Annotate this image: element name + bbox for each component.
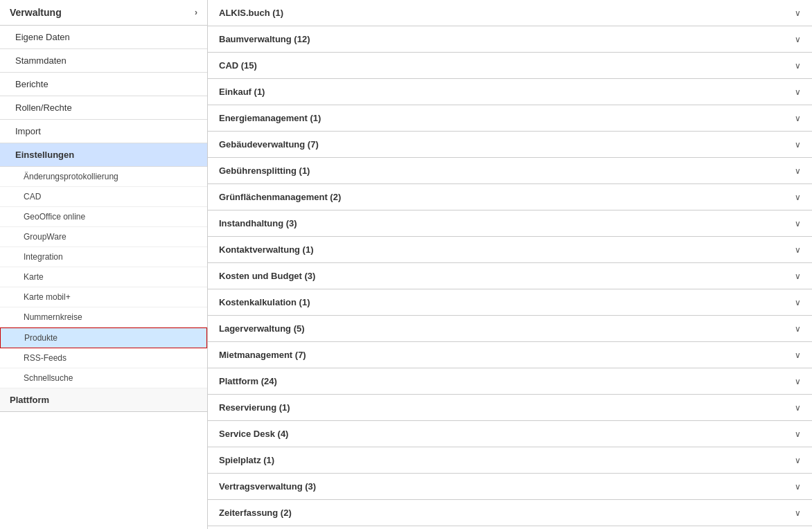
accordion-title-energiemanagement: Energiemanagement (1) <box>219 113 321 123</box>
accordion-title-vertragsverwaltung: Vertragsverwaltung (3) <box>219 481 316 492</box>
accordion-chevron-icon-cad: ∨ <box>795 61 801 71</box>
accordion-item-reservierung: Reservierung (1)∨ <box>208 395 812 421</box>
sidebar-header-chevron-icon: › <box>195 8 197 17</box>
accordion-title-zeiterfassung: Zeiterfassung (2) <box>219 508 292 518</box>
accordion-title-reservierung: Reservierung (1) <box>219 402 290 413</box>
accordion-chevron-icon-instandhaltung: ∨ <box>795 219 801 228</box>
accordion-header-gebuehrensplitting[interactable]: Gebührensplitting (1)∨ <box>208 158 812 183</box>
accordion-header-gebaeudeverwaltung[interactable]: Gebäudeverwaltung (7)∨ <box>208 132 812 157</box>
accordion-title-spielplatz: Spielplatz (1) <box>219 455 274 465</box>
accordion-header-mietmanagement[interactable]: Mietmanagement (7)∨ <box>208 342 812 368</box>
accordion-item-alkis-buch: ALKIS.buch (1)∨ <box>208 0 812 26</box>
accordion-chevron-icon-zeiterfassung: ∨ <box>795 508 801 518</box>
accordion-title-kontaktverwaltung: Kontaktverwaltung (1) <box>219 244 314 255</box>
accordion-item-gruenflaechenmanagement: Grünflächenmanagement (2)∨ <box>208 184 812 210</box>
sidebar-subitem-karte[interactable]: Karte <box>0 267 207 287</box>
accordion-item-kosten-budget: Kosten und Budget (3)∨ <box>208 263 812 289</box>
accordion-chevron-icon-mietmanagement: ∨ <box>795 350 801 360</box>
accordion-header-alkis-buch[interactable]: ALKIS.buch (1)∨ <box>208 0 812 26</box>
accordion-item-spielplatz: Spielplatz (1)∨ <box>208 447 812 474</box>
sidebar-subitem-cad[interactable]: CAD <box>0 187 207 207</box>
accordion-list: ALKIS.buch (1)∨Baumverwaltung (12)∨CAD (… <box>208 0 812 526</box>
sidebar-item-rollen-rechte[interactable]: Rollen/Rechte <box>0 96 207 120</box>
accordion-header-kontaktverwaltung[interactable]: Kontaktverwaltung (1)∨ <box>208 237 812 262</box>
accordion-chevron-icon-gebuehrensplitting: ∨ <box>795 166 801 176</box>
sidebar-subitem-karte-mobil[interactable]: Karte mobil+ <box>0 287 207 307</box>
accordion-item-baumverwaltung: Baumverwaltung (12)∨ <box>208 26 812 53</box>
accordion-item-cad: CAD (15)∨ <box>208 53 812 79</box>
accordion-title-baumverwaltung: Baumverwaltung (12) <box>219 34 310 44</box>
accordion-item-mietmanagement: Mietmanagement (7)∨ <box>208 342 812 368</box>
accordion-title-mietmanagement: Mietmanagement (7) <box>219 350 306 360</box>
accordion-chevron-icon-kosten-budget: ∨ <box>795 271 801 281</box>
accordion-item-kostenkalkulation: Kostenkalkulation (1)∨ <box>208 289 812 316</box>
accordion-chevron-icon-vertragsverwaltung: ∨ <box>795 482 801 492</box>
accordion-title-einkauf: Einkauf (1) <box>219 87 265 97</box>
accordion-header-einkauf[interactable]: Einkauf (1)∨ <box>208 79 812 105</box>
sidebar-bottom-nav: Plattform <box>0 388 207 412</box>
sidebar-item-plattform[interactable]: Plattform <box>0 388 207 412</box>
sidebar-item-stammdaten[interactable]: Stammdaten <box>0 49 207 73</box>
accordion-header-gruenflaechenmanagement[interactable]: Grünflächenmanagement (2)∨ <box>208 184 812 210</box>
accordion-title-service-desk: Service Desk (4) <box>219 429 288 439</box>
sidebar-header[interactable]: Verwaltung › <box>0 0 207 26</box>
accordion-chevron-icon-reservierung: ∨ <box>795 403 801 413</box>
accordion-header-service-desk[interactable]: Service Desk (4)∨ <box>208 421 812 447</box>
accordion-header-energiemanagement[interactable]: Energiemanagement (1)∨ <box>208 105 812 131</box>
accordion-header-cad[interactable]: CAD (15)∨ <box>208 53 812 78</box>
accordion-chevron-icon-einkauf: ∨ <box>795 87 801 97</box>
accordion-chevron-icon-energiemanagement: ∨ <box>795 114 801 123</box>
sidebar-subitem-aenderungsprotokollierung[interactable]: Änderungsprotokollierung <box>0 167 207 187</box>
sidebar-subitem-rss-feeds[interactable]: RSS-Feeds <box>0 348 207 368</box>
accordion-header-instandhaltung[interactable]: Instandhaltung (3)∨ <box>208 210 812 236</box>
sidebar-subitem-nummernkreise[interactable]: Nummernkreise <box>0 307 207 328</box>
sidebar-item-eigene-daten[interactable]: Eigene Daten <box>0 26 207 49</box>
accordion-chevron-icon-gruenflaechenmanagement: ∨ <box>795 192 801 202</box>
accordion-item-energiemanagement: Energiemanagement (1)∨ <box>208 105 812 132</box>
sidebar-subitem-produkte[interactable]: Produkte <box>0 328 207 348</box>
accordion-title-plattform: Plattform (24) <box>219 376 277 386</box>
accordion-header-plattform[interactable]: Plattform (24)∨ <box>208 368 812 394</box>
accordion-item-plattform: Plattform (24)∨ <box>208 368 812 395</box>
accordion-header-kosten-budget[interactable]: Kosten und Budget (3)∨ <box>208 263 812 289</box>
accordion-chevron-icon-kostenkalkulation: ∨ <box>795 298 801 307</box>
accordion-chevron-icon-spielplatz: ∨ <box>795 456 801 465</box>
accordion-chevron-icon-plattform: ∨ <box>795 377 801 386</box>
sidebar-subitem-schnellsuche[interactable]: Schnellsuche <box>0 368 207 388</box>
accordion-chevron-icon-alkis-buch: ∨ <box>795 8 801 18</box>
sidebar-item-import[interactable]: Import <box>0 120 207 143</box>
accordion-title-kosten-budget: Kosten und Budget (3) <box>219 271 315 281</box>
accordion-item-gebaeudeverwaltung: Gebäudeverwaltung (7)∨ <box>208 132 812 158</box>
sidebar-item-einstellungen[interactable]: Einstellungen <box>0 143 207 167</box>
sidebar-subitem-groupware[interactable]: GroupWare <box>0 227 207 247</box>
accordion-header-spielplatz[interactable]: Spielplatz (1)∨ <box>208 447 812 473</box>
accordion-chevron-icon-lagerverwaltung: ∨ <box>795 324 801 334</box>
accordion-header-lagerverwaltung[interactable]: Lagerverwaltung (5)∨ <box>208 316 812 341</box>
accordion-item-vertragsverwaltung: Vertragsverwaltung (3)∨ <box>208 474 812 500</box>
accordion-chevron-icon-baumverwaltung: ∨ <box>795 35 801 44</box>
accordion-item-zeiterfassung: Zeiterfassung (2)∨ <box>208 500 812 526</box>
accordion-title-alkis-buch: ALKIS.buch (1) <box>219 8 283 18</box>
accordion-header-baumverwaltung[interactable]: Baumverwaltung (12)∨ <box>208 26 812 52</box>
accordion-title-lagerverwaltung: Lagerverwaltung (5) <box>219 323 305 334</box>
sidebar-subitem-geooffice-online[interactable]: GeoOffice online <box>0 207 207 227</box>
accordion-header-reservierung[interactable]: Reservierung (1)∨ <box>208 395 812 420</box>
accordion-item-instandhaltung: Instandhaltung (3)∨ <box>208 210 812 237</box>
main-content: ALKIS.buch (1)∨Baumverwaltung (12)∨CAD (… <box>208 0 812 529</box>
accordion-header-zeiterfassung[interactable]: Zeiterfassung (2)∨ <box>208 500 812 526</box>
accordion-title-gebuehrensplitting: Gebührensplitting (1) <box>219 165 310 176</box>
accordion-header-kostenkalkulation[interactable]: Kostenkalkulation (1)∨ <box>208 289 812 315</box>
accordion-item-lagerverwaltung: Lagerverwaltung (5)∨ <box>208 316 812 342</box>
accordion-item-einkauf: Einkauf (1)∨ <box>208 79 812 105</box>
accordion-title-kostenkalkulation: Kostenkalkulation (1) <box>219 297 310 307</box>
accordion-header-vertragsverwaltung[interactable]: Vertragsverwaltung (3)∨ <box>208 474 812 499</box>
sidebar-subitem-integration[interactable]: Integration <box>0 247 207 267</box>
accordion-item-kontaktverwaltung: Kontaktverwaltung (1)∨ <box>208 237 812 263</box>
accordion-chevron-icon-kontaktverwaltung: ∨ <box>795 245 801 255</box>
sidebar-sub-nav: ÄnderungsprotokollierungCADGeoOffice onl… <box>0 167 207 388</box>
accordion-chevron-icon-service-desk: ∨ <box>795 429 801 439</box>
sidebar-top-nav: Eigene DatenStammdatenBerichteRollen/Rec… <box>0 26 207 167</box>
accordion-title-cad: CAD (15) <box>219 60 257 71</box>
accordion-title-gruenflaechenmanagement: Grünflächenmanagement (2) <box>219 192 341 202</box>
sidebar-item-berichte[interactable]: Berichte <box>0 73 207 96</box>
